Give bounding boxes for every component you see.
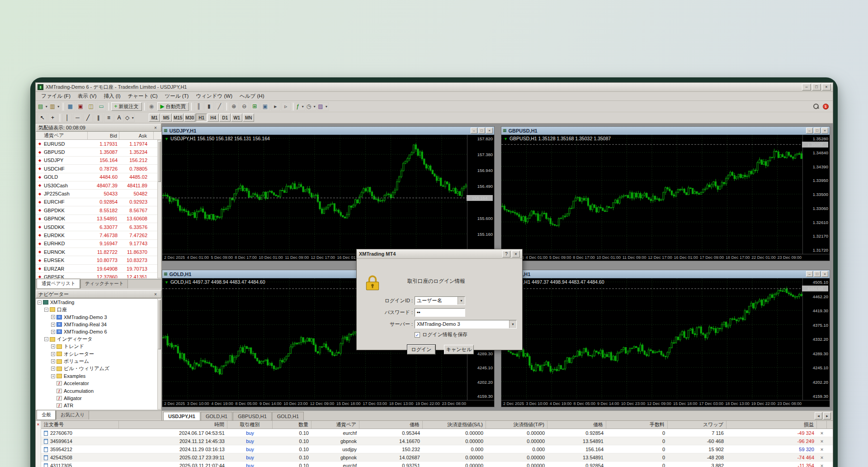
cancel-button[interactable]: キャンセル [444,345,474,354]
market-watch-row[interactable]: ◆GBPDKK8.551828.56767 [36,206,161,214]
time-axis[interactable]: 2 Dec 20254 Dec 01:005 Dec 09:008 Dec 17… [501,254,830,261]
expand-toggle-icon[interactable]: + [51,367,55,371]
timeframe-m1[interactable]: M1 [149,114,160,122]
price-axis[interactable]: 4505.104462.204419.304375.104332.204289.… [802,278,830,400]
market-watch-scrollbar[interactable] [157,140,161,278]
dialog-help-icon[interactable]: ? [502,251,510,257]
market-watch-row[interactable]: ◆GOLD4484.604485.02 [36,173,161,181]
nav-item[interactable]: ƒATR [36,402,161,409]
market-watch-row[interactable]: ◆EURNOK11.8272211.86370 [36,248,161,256]
chart-titlebar[interactable]: ▦USDJPY,H1–□× [162,127,494,135]
terminal-order-row[interactable]: 431173052025.03.11 21:07:44buy0.10eurchf… [41,462,833,467]
market-watch-row[interactable]: ◆GBPSEK12.3786012.41351 [36,273,161,278]
periods-icon[interactable]: ◷▼ [306,102,316,111]
order-close-icon[interactable]: × [817,438,827,444]
expand-toggle-icon[interactable]: + [51,330,55,334]
chart-minimize-icon[interactable]: – [806,271,813,277]
cascade-windows-icon[interactable]: ▣ [260,102,270,111]
column-ask[interactable]: Ask [119,132,154,139]
expand-toggle-icon[interactable]: + [51,359,55,363]
market-watch-row[interactable]: ◆USDJPY156.164156.212 [36,157,161,165]
chart-tab[interactable]: GOLD,H1 [201,412,232,420]
terminal-column-header[interactable]: 取引種別 [227,421,273,429]
navigator-close-icon[interactable]: × [152,292,159,297]
navigator-scrollbar[interactable] [157,298,161,410]
nav-item[interactable]: +ビル・ウィリアムズ [36,365,161,372]
timeframe-h4[interactable]: H4 [208,114,219,122]
window-titlebar[interactable]: ▮ XMTrading-Demo 6 - デモ口座 - Tradexfin Li… [36,83,833,92]
notifications-icon[interactable]: 1 [823,104,829,110]
nav-item[interactable]: −口座 [36,306,161,313]
menu-item[interactable]: 表示 (V) [74,92,100,100]
terminal-column-header[interactable]: 価格 [547,421,606,429]
time-axis[interactable]: 2 Dec 20253 Dec 10:004 Dec 19:008 Dec 05… [162,400,494,407]
market-watch-row[interactable]: ◆JP225Cash5043350482 [36,190,161,198]
column-symbol[interactable]: 通貨ペア [36,132,88,139]
menu-item[interactable]: ウィンドウ (W) [192,92,236,100]
market-watch-row[interactable]: ◆EURHKD9.169479.17743 [36,240,161,248]
chart-shift-icon[interactable]: ▹ [281,102,291,111]
nav-item[interactable]: +トレンド [36,343,161,350]
terminal-column-header[interactable]: 数量 [273,421,311,429]
column-bid[interactable]: Bid [88,132,119,139]
data-window-toggle-icon[interactable]: ▣ [76,102,85,111]
shapes-icon[interactable]: ◇▼ [125,114,135,122]
menu-item[interactable]: ヘルプ (H) [236,92,268,100]
close-icon[interactable]: × [822,84,831,91]
search-icon[interactable] [813,103,819,110]
dialog-close-icon[interactable]: × [512,251,520,257]
chart-tab[interactable]: GOLD,H1 [272,412,304,420]
terminal-column-header[interactable]: 時間 [119,421,227,429]
market-watch-row[interactable]: ◆USDDKK6.330776.33576 [36,223,161,231]
chart-titlebar[interactable]: ▦GOLD,H1–□× [501,270,830,278]
market-watch-row[interactable]: ◆EURZAR19.6490819.70713 [36,265,161,273]
market-watch-tab[interactable]: ティックチャート [80,279,128,288]
nav-item[interactable]: +≡XMTrading-Demo 6 [36,328,161,335]
terminal-column-header[interactable]: 注文番号 [41,421,119,429]
login-id-combobox[interactable]: ユーザー名 ▼ [415,296,465,305]
chart-close-icon[interactable]: × [821,128,828,133]
nav-item[interactable]: −XMTrading [36,299,161,306]
market-watch-toggle-icon[interactable]: ▦ [66,102,75,111]
profiles-icon[interactable]: ▥▼ [49,102,60,111]
chart-restore-icon[interactable]: □ [814,271,821,277]
nav-item[interactable]: +ボリューム [36,357,161,365]
market-watch-row[interactable]: ◆EURSEK10.8077310.83273 [36,256,161,264]
timeframe-mn[interactable]: MN [243,114,254,122]
templates-icon[interactable]: ▨▼ [317,102,328,111]
terminal-toggle-icon[interactable]: ▭ [97,102,106,111]
nav-item[interactable]: +オシレーター [36,350,161,357]
terminal-column-header[interactable]: スワップ [668,421,726,429]
price-axis[interactable]: 157.820157.380156.940156.490155.600155.1… [467,135,494,254]
chart-canvas[interactable]: ▼GOLD,H1 4497.37 4498.94 4483.47 4484.60… [501,278,830,407]
terminal-column-header[interactable] [817,421,827,429]
menu-item[interactable]: ファイル (F) [38,92,74,100]
expand-toggle-icon[interactable]: + [51,315,55,319]
chart-tab[interactable]: GBPUSD,H1 [233,412,272,420]
expand-toggle-icon[interactable]: + [51,344,55,348]
navigator-toggle-icon[interactable]: ◫ [86,102,96,111]
navigator-tab[interactable]: 全般 [37,410,56,419]
chart-minimize-icon[interactable]: – [471,128,477,133]
timeframe-w1[interactable]: W1 [231,114,242,122]
tile-windows-icon[interactable]: ⊞ [250,102,259,111]
market-watch-row[interactable]: ◆EURDKK7.467387.47262 [36,231,161,239]
expand-toggle-icon[interactable]: + [51,374,55,378]
auto-trading-button[interactable]: ▶自動売買 [157,102,189,111]
terminal-column-header[interactable]: 価格 [359,421,423,429]
nav-item[interactable]: −インディケータ [36,335,161,343]
menu-item[interactable]: チャート (C) [124,92,161,100]
timeframe-m5[interactable]: M5 [160,114,172,122]
nav-item[interactable]: ƒAccumulation [36,387,161,395]
terminal-column-header[interactable]: 決済指値(T/P) [486,421,547,429]
timeframe-h1[interactable]: H1 [196,114,207,122]
new-order-button[interactable]: +新規注文 [111,102,142,111]
price-axis[interactable]: 1.352801.348401.343901.339501.335001.330… [802,135,830,254]
nav-item[interactable]: ƒAlligator [36,395,161,402]
menu-item[interactable]: 挿入 (I) [100,92,124,100]
chart-canvas[interactable]: ▼USDJPY,H1 156.150 156.182 156.131 156.1… [162,135,494,261]
market-watch-row[interactable]: ◆EURCHF0.928540.92923 [36,198,161,206]
zoom-in-icon[interactable]: ⊕ [229,102,239,111]
expand-toggle-icon[interactable]: − [44,337,48,341]
chart-titlebar[interactable]: ▦GBPUSD,H1–□× [501,127,830,135]
